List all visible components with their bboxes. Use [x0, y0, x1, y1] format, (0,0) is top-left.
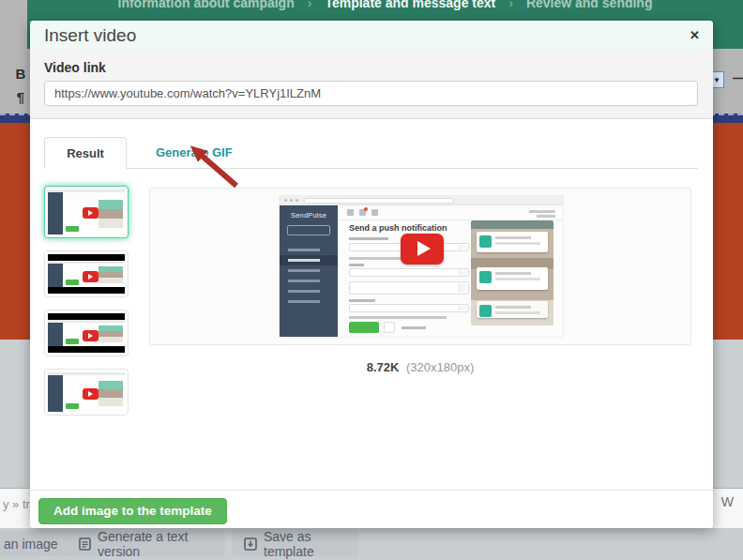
element-path-text: y » tr [3, 497, 30, 511]
breadcrumb: Information about campaign › Template an… [27, 0, 743, 10]
send-push-button-mock [287, 225, 330, 235]
mini-send-button [66, 339, 79, 344]
placeholder-line [349, 264, 364, 266]
mini-send-button [66, 226, 79, 232]
close-icon[interactable]: ✕ [690, 21, 700, 51]
mini-sidebar [48, 375, 63, 412]
tab-result[interactable]: Result [44, 137, 127, 169]
thumbnail-image [48, 254, 125, 294]
menu-line [280, 245, 338, 255]
menu-line [280, 265, 338, 276]
screen: B ¶ ▼ — Information about campaign › Tem… [0, 0, 743, 560]
notification-card [477, 267, 548, 290]
video-link-section: Video link [30, 51, 713, 119]
mini-preview-panel [99, 266, 122, 283]
video-frame-thumbnail-4[interactable] [44, 369, 129, 416]
video-frame-thumbnail-1[interactable] [44, 186, 129, 238]
thumbnail-image [48, 313, 125, 353]
modal-title: Insert video [44, 21, 136, 51]
placeholder-line [537, 215, 555, 218]
notification-card [477, 301, 548, 318]
push-icon [359, 209, 366, 216]
browser-dot [284, 199, 287, 202]
placeholder-input [349, 268, 469, 277]
menu-line [280, 286, 338, 296]
sendpulse-sidebar: SendPulse [280, 205, 338, 337]
top-nav-mock [338, 205, 563, 220]
placeholder-line [529, 210, 555, 213]
mini-sidebar [48, 323, 63, 347]
breadcrumb-separator-icon: › [308, 0, 312, 10]
mini-play-icon [83, 330, 99, 341]
mini-sidebar [48, 264, 63, 288]
breadcrumb-separator-icon: › [508, 0, 513, 10]
dimensions-text: (320x180px) [406, 360, 474, 374]
mini-preview-panel [99, 325, 122, 342]
app-icon [479, 271, 492, 283]
video-link-label: Video link [44, 60, 106, 75]
placeholder-input [349, 304, 469, 312]
save-as-template-label: Save as template [264, 529, 347, 559]
app-icon [479, 305, 492, 317]
thumbnail-list [44, 186, 129, 416]
browser-dot [296, 199, 298, 202]
video-frame-thumbnail-3[interactable] [44, 310, 129, 356]
send-button-mock [349, 322, 379, 333]
mini-preview-panel [99, 381, 122, 406]
notification-card [477, 232, 548, 252]
breadcrumb-step-3[interactable]: Review and sending [526, 0, 653, 10]
status-right-fragment: W [721, 494, 734, 509]
push-heading: Send a push notification [349, 223, 447, 233]
browser-url-bar [304, 198, 454, 204]
sidebar-menu-mock [280, 245, 338, 307]
document-icon [79, 537, 91, 551]
sendpulse-logo: SendPulse [280, 211, 338, 219]
video-link-input[interactable] [44, 81, 698, 106]
push-preview-panel [471, 220, 553, 325]
menu-line-active [280, 255, 338, 265]
video-preview-image: SendPulse [279, 195, 564, 338]
video-frame-thumbnail-2[interactable] [44, 250, 129, 297]
app-icon [479, 235, 492, 248]
placeholder-line [402, 326, 426, 329]
browser-dot [290, 199, 293, 202]
insert-video-modal: Insert video ✕ Video link Result Generat… [30, 21, 713, 528]
generate-text-version-button[interactable]: Generate a text version [68, 531, 225, 556]
browser-chrome [280, 196, 563, 205]
mini-sidebar [48, 192, 63, 235]
save-as-template-button[interactable]: Save as template [233, 531, 358, 556]
placeholder-line [349, 237, 388, 240]
mini-send-button [66, 280, 79, 285]
schedule-button-mock [384, 322, 395, 333]
smtp-icon [372, 209, 378, 216]
placeholder-textarea [349, 281, 469, 295]
minus-icon[interactable]: — [733, 69, 743, 85]
menu-line [280, 276, 338, 286]
mini-preview-panel [99, 200, 122, 229]
mini-send-button [66, 403, 79, 409]
email-icon [347, 209, 354, 216]
placeholder-line [349, 299, 375, 302]
preview-container: SendPulse [149, 188, 691, 345]
modal-footer: Add image to the template [30, 490, 713, 528]
breadcrumb-step-1[interactable]: Information about campaign [118, 0, 295, 10]
pilcrow-icon[interactable]: ¶ [12, 89, 29, 105]
mini-play-icon [83, 388, 99, 400]
preview-caption: 8.72K (320x180px) [149, 360, 691, 374]
menu-line [280, 296, 338, 307]
thumbnail-image [48, 189, 125, 235]
modal-header: Insert video ✕ [30, 21, 713, 51]
mini-play-icon [83, 271, 99, 282]
annotation-arrow-icon [186, 143, 246, 191]
bold-icon[interactable]: B [12, 66, 29, 82]
placeholder-line [349, 316, 447, 319]
add-image-to-template-button[interactable]: Add image to the template [38, 498, 227, 524]
file-size-text: 8.72K [367, 360, 400, 374]
youtube-play-icon[interactable] [401, 234, 444, 265]
editor-bottom-toolbar: an image Generate a text version Save as… [0, 528, 743, 560]
thumbnail-image [48, 372, 125, 412]
insert-image-label: an image [4, 537, 58, 552]
save-icon [244, 537, 257, 551]
mini-play-icon [83, 207, 99, 219]
breadcrumb-step-2[interactable]: Template and message text [325, 0, 495, 10]
